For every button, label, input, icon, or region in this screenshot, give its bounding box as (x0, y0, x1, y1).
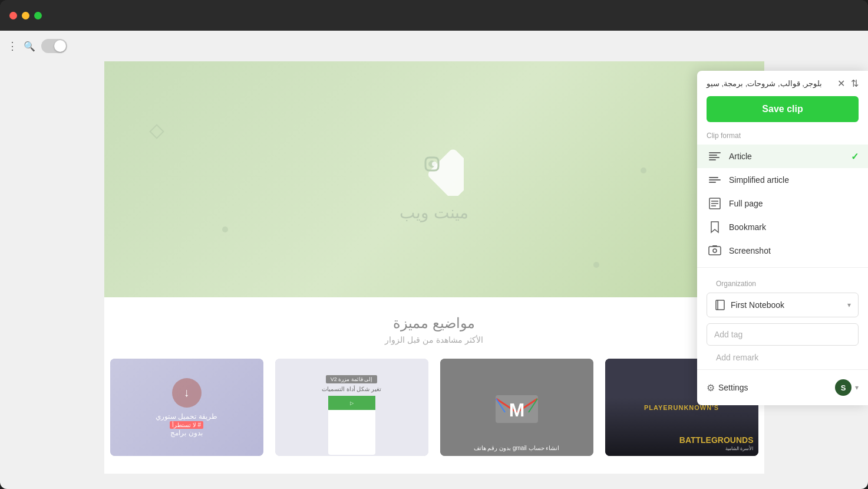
notebook-dropdown[interactable]: First Notebook ▾ (707, 293, 859, 317)
settings-left: ⚙ Settings (707, 382, 748, 393)
browser-window: ⋮ 🔍 مينت ويب (0, 0, 868, 489)
deco-dot-1 (641, 168, 646, 173)
cards-row: ↓ طريقة تحميل ستوري # لا تستطرأ بدون برا… (116, 359, 753, 456)
toggle-knob (54, 40, 66, 52)
hero-section: مينت ويب (104, 61, 764, 297)
simplified-article-icon (707, 173, 723, 186)
format-item-article[interactable]: Article ✓ (697, 145, 868, 168)
user-avatar[interactable]: S (835, 379, 852, 396)
panel-header: ⇅ ✕ بلوجر, قوالب, شروحات, برمجة, سيو (697, 71, 868, 96)
format-check-article: ✓ (851, 151, 859, 162)
format-label-screenshot: Screenshot (729, 246, 859, 255)
svg-point-10 (713, 249, 717, 252)
avatar-chevron-icon[interactable]: ▾ (855, 383, 859, 392)
svg-text:M: M (509, 399, 524, 421)
clip-format-label: Clip format (697, 132, 868, 140)
save-clip-button[interactable]: Save clip (707, 96, 859, 122)
featured-subtitle: الأكثر مشاهدة من قبل الزوار (116, 335, 753, 344)
search-icon[interactable]: 🔍 (24, 41, 35, 52)
panel-header-icons: ⇅ ✕ (837, 78, 859, 89)
add-tag-input[interactable]: Add tag (707, 323, 859, 346)
close-button[interactable] (9, 12, 17, 19)
article-icon (707, 150, 723, 163)
card-4-text: BATTLEGROUNDS الأسرة الشامية (679, 435, 754, 451)
settings-label[interactable]: Settings (718, 383, 748, 392)
svg-rect-11 (716, 300, 724, 310)
format-label-simplified: Simplified article (729, 175, 859, 185)
close-panel-icon[interactable]: ✕ (837, 78, 845, 89)
divider-1 (697, 267, 868, 268)
card-1-inner: ↓ طريقة تحميل ستوري # لا تستطرأ بدون برا… (110, 359, 263, 456)
bookmark-icon (707, 221, 723, 234)
svg-rect-8 (709, 247, 721, 255)
svg-rect-9 (712, 245, 717, 247)
deco-dot-3 (593, 262, 599, 268)
format-label-fullpage: Full page (729, 199, 859, 208)
organization-label: Organization (707, 280, 859, 288)
card-2[interactable]: إلى قائمة مزرة V2 تغير شكل أداة التسميات… (275, 359, 428, 456)
notebook-chevron-icon: ▾ (847, 301, 851, 309)
format-item-bookmark[interactable]: Bookmark (697, 215, 868, 239)
hero-title: مينت ويب (400, 203, 468, 222)
dark-mode-toggle[interactable] (41, 39, 67, 53)
svg-rect-0 (426, 147, 463, 196)
deco-diamond-1 (149, 124, 164, 139)
format-item-simplified[interactable]: Simplified article (697, 168, 868, 192)
browser-toolbar: ⋮ 🔍 (0, 31, 868, 61)
settings-gear-icon[interactable]: ⚙ (707, 382, 715, 393)
maximize-button[interactable] (34, 12, 42, 19)
gmail-logo: M (493, 390, 540, 425)
card-2-image: ▷ (328, 396, 375, 455)
site-logo (405, 137, 464, 196)
screenshot-icon (707, 244, 723, 257)
card-1-text: طريقة تحميل ستوري # لا تستطرأ بدون برامج (151, 412, 222, 437)
notebook-label: First Notebook (731, 300, 847, 310)
titlebar (0, 0, 868, 31)
full-page-icon (707, 197, 723, 210)
clipper-panel: ⇅ ✕ بلوجر, قوالب, شروحات, برمجة, سيو Sav… (697, 71, 868, 405)
notebook-icon (714, 299, 726, 311)
format-item-screenshot[interactable]: Screenshot (697, 239, 868, 262)
svg-point-1 (432, 162, 437, 166)
panel-footer: ⚙ Settings S ▾ (697, 375, 868, 396)
browser-content: ⋮ 🔍 مينت ويب (0, 31, 868, 489)
organization-section: Organization First Notebook ▾ Add tag Ad… (697, 273, 868, 365)
divider-2 (697, 369, 868, 370)
card-3-text: انشاء حساب gmail بدون رقم هاتف (474, 445, 560, 451)
card-2-inner: إلى قائمة مزرة V2 تغير شكل أداة التسميات… (275, 359, 428, 456)
add-remark-input[interactable]: Add remark (707, 350, 859, 365)
featured-title: مواضيع مميزة (116, 315, 753, 332)
panel-title: بلوجر, قوالب, شروحات, برمجة, سيو (707, 79, 822, 88)
menu-icon[interactable]: ⋮ (7, 40, 18, 52)
format-item-fullpage[interactable]: Full page (697, 192, 868, 215)
evernote-sort-icon[interactable]: ⇅ (851, 78, 859, 89)
format-label-article: Article (729, 152, 851, 161)
card-1[interactable]: ↓ طريقة تحميل ستوري # لا تستطرأ بدون برا… (110, 359, 263, 456)
format-list: Article ✓ Simplified article (697, 145, 868, 262)
deco-dot-2 (222, 227, 228, 232)
card-3[interactable]: M انشاء حساب gmail بدون رقم هاتف (440, 359, 593, 456)
featured-section: مواضيع مميزة الأكثر مشاهدة من قبل الزوار… (104, 297, 764, 474)
minimize-button[interactable] (22, 12, 29, 19)
card-1-icon: ↓ (172, 378, 202, 408)
format-label-bookmark: Bookmark (729, 222, 859, 232)
card-3-inner: M انشاء حساب gmail بدون رقم هاتف (440, 359, 593, 456)
settings-right: S ▾ (835, 379, 859, 396)
